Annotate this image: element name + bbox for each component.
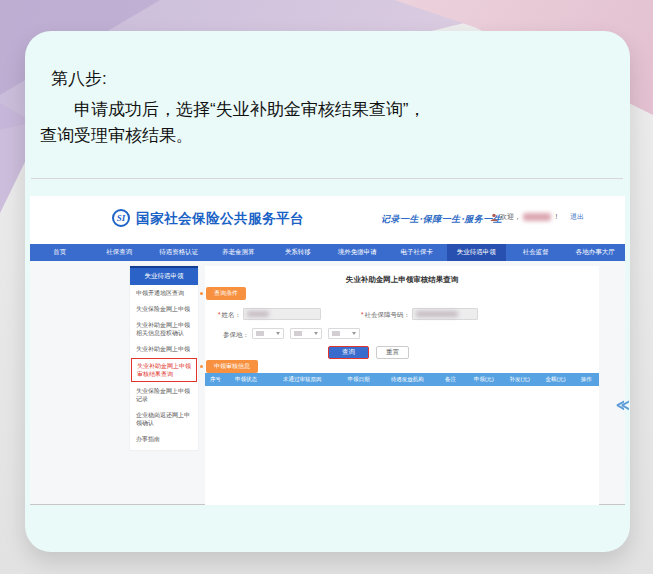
nav-item-养老金测算[interactable]: 养老金测算: [209, 244, 269, 261]
logout-link[interactable]: 退出: [570, 212, 584, 222]
chevron-down-icon: [276, 332, 280, 335]
step-line2: 查询受理审核结果。: [40, 126, 193, 145]
table-column-header: 金额(元): [538, 376, 574, 383]
nav-item-电子社保卡[interactable]: 电子社保卡: [387, 244, 447, 261]
welcome-prefix: 欢迎，: [500, 212, 521, 222]
table-column-header: 序号: [205, 376, 225, 383]
orange-dot-icon: [200, 365, 203, 368]
table-column-header: 申领(元): [466, 376, 502, 383]
sidebar-item[interactable]: 申领开通地区查询: [130, 285, 198, 301]
nav-item-社保查询[interactable]: 社保查询: [90, 244, 150, 261]
chevron-down-icon: [314, 332, 318, 335]
table-column-header: 备注: [435, 376, 466, 383]
divider: [31, 178, 623, 179]
name-label: *姓名：: [211, 311, 241, 320]
id-input[interactable]: [412, 308, 478, 320]
redacted-province-value: [256, 331, 264, 336]
sidebar-header: 失业待遇申领: [130, 266, 198, 285]
result-section-tag: 申领审核信息: [200, 360, 258, 373]
reset-button[interactable]: 重置: [376, 346, 409, 359]
table-column-header: 申领状态: [225, 376, 266, 383]
sidebar-item[interactable]: 失业保险金网上申领记录: [130, 383, 198, 407]
result-section-label: 申领审核信息: [206, 360, 258, 373]
id-label: *社会保障号码：: [353, 311, 410, 320]
nav-item-待遇资格认证[interactable]: 待遇资格认证: [149, 244, 209, 261]
nav-item-失业待遇申领[interactable]: 失业待遇申领: [447, 244, 507, 261]
site-brand-title: 国家社会保险公共服务平台: [136, 210, 304, 228]
sidebar-item[interactable]: 失业保险金网上申领: [130, 301, 198, 317]
main-content-panel: 失业补助金网上申领审核结果查询 查询条件 *姓名： *社会保障号码： 参保地： …: [205, 266, 599, 505]
nav-item-关系转移[interactable]: 关系转移: [268, 244, 328, 261]
sidebar-menu: 失业待遇申领 申领开通地区查询失业保险金网上申领失业补助金网上申领相关信息授权确…: [130, 266, 198, 450]
step-card: 第八步: 申请成功后，选择“失业补助金审核结果查询”，查询受理审核结果。 SI …: [25, 31, 630, 552]
collapse-panel-icon[interactable]: ≪: [616, 396, 630, 413]
sidebar-item[interactable]: 失业补助金网上申领审核结果查询: [131, 358, 197, 382]
sidebar-item[interactable]: 失业补助金网上申领相关信息授权确认: [130, 317, 198, 341]
orange-dot-icon: [200, 292, 203, 295]
redacted-name-value: [247, 311, 269, 317]
table-column-header: 待遇发放机构: [379, 376, 435, 383]
sidebar-item[interactable]: 失业补助金网上申领: [130, 341, 198, 357]
table-column-header: 未通过审核原因: [266, 376, 338, 383]
main-navigation: 首页社保查询待遇资格认证养老金测算关系转移境外免缴申请电子社保卡失业待遇申领社会…: [30, 244, 625, 261]
redacted-district-value: [332, 331, 340, 336]
sidebar-item[interactable]: 办事指南: [130, 431, 198, 447]
page-title: 失业补助金网上申领审核结果查询: [205, 275, 599, 285]
step-title: 第八步:: [51, 67, 107, 90]
site-logo-icon: SI: [112, 209, 130, 227]
page-body: 失业待遇申领 申领开通地区查询失业保险金网上申领失业补助金网上申领相关信息授权确…: [30, 261, 625, 505]
table-column-header: 操作: [573, 376, 599, 383]
person-icon: [490, 213, 498, 221]
step-description: 申请成功后，选择“失业补助金审核结果查询”，查询受理审核结果。: [40, 97, 600, 149]
nav-item-首页[interactable]: 首页: [30, 244, 90, 261]
province-select[interactable]: [252, 328, 284, 339]
query-section-label: 查询条件: [206, 287, 246, 300]
city-select[interactable]: [290, 328, 322, 339]
result-table-header: 序号申领状态未通过审核原因申领日期待遇发放机构备注申领(元)补发(元)金额(元)…: [205, 373, 599, 386]
nav-item-各地办事大厅[interactable]: 各地办事大厅: [566, 244, 626, 261]
query-button[interactable]: 查询: [328, 346, 369, 359]
district-select[interactable]: [328, 328, 360, 339]
welcome-suffix: ！: [553, 212, 560, 222]
site-slogan: 记录一生·保障一生·服务一生: [381, 213, 502, 226]
site-header: SI 国家社会保险公共服务平台 记录一生·保障一生·服务一生 欢迎， ！ 退出: [30, 196, 625, 244]
nav-item-境外免缴申请[interactable]: 境外免缴申请: [328, 244, 388, 261]
table-column-header: 申领日期: [338, 376, 379, 383]
redacted-username: [523, 213, 551, 221]
step-line1: 申请成功后，选择“失业补助金审核结果查询”，: [74, 100, 425, 119]
area-label: 参保地：: [211, 331, 249, 340]
nav-item-社会监督[interactable]: 社会监督: [506, 244, 566, 261]
user-area: 欢迎， ！ 退出: [490, 212, 584, 222]
name-input[interactable]: [243, 308, 321, 320]
table-column-header: 补发(元): [502, 376, 538, 383]
query-section-tag: 查询条件: [200, 287, 246, 300]
chevron-down-icon: [352, 332, 356, 335]
redacted-city-value: [294, 331, 302, 336]
redacted-id-value: [416, 311, 458, 317]
sidebar-item[interactable]: 企业稳岗返还网上申领确认: [130, 407, 198, 431]
embedded-screenshot: SI 国家社会保险公共服务平台 记录一生·保障一生·服务一生 欢迎， ！ 退出 …: [30, 196, 625, 505]
